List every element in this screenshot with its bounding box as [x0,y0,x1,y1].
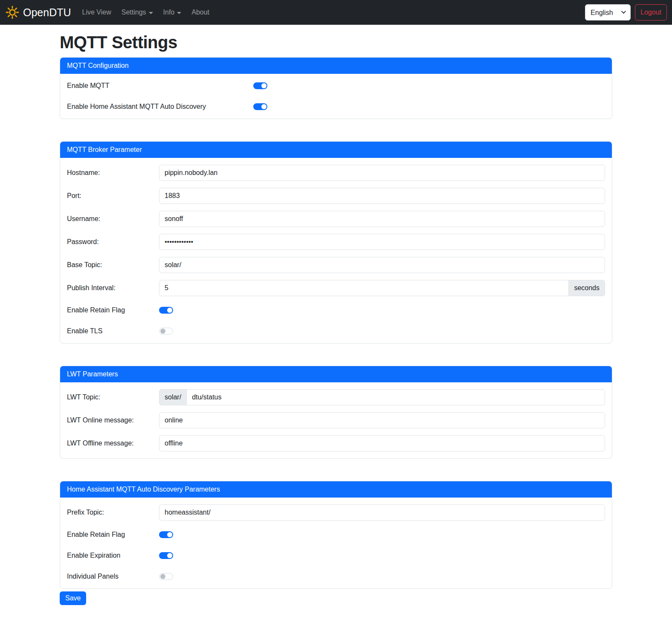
enable-mqtt-row: Enable MQTT [67,81,605,91]
enable-mqtt-label: Enable MQTT [67,81,253,91]
password-label: Password: [67,237,159,247]
nav-item-live-view[interactable]: Live View [77,5,116,20]
publish-interval-row: Publish Interval: seconds [67,280,605,296]
username-label: Username: [67,214,159,224]
retain-flag-label: Enable Retain Flag [67,305,159,315]
publish-interval-input[interactable] [159,280,569,296]
enable-tls-switch[interactable] [159,328,173,335]
base-topic-label: Base Topic: [67,260,159,270]
retain-flag-row: Enable Retain Flag [67,305,605,315]
hass-retain-switch[interactable] [159,531,173,538]
lwt-offline-label: LWT Offline message: [67,438,159,448]
nav-item-label: Live View [82,9,111,16]
card-body: Enable MQTT Enable Home Assistant MQTT A… [60,74,612,119]
nav-item-label: Info [163,9,175,16]
enable-ha-discovery-row: Enable Home Assistant MQTT Auto Discover… [67,102,605,112]
base-topic-row: Base Topic: [67,257,605,273]
lwt-topic-prefix-addon: solar/ [159,389,186,405]
seconds-addon: seconds [569,280,605,296]
caret-down-icon [177,12,181,14]
card-body: Hostname: Port: Username: Password: Base… [60,158,612,343]
lwt-topic-input[interactable] [186,389,605,405]
publish-interval-group: seconds [159,280,605,296]
hostname-row: Hostname: [67,165,605,181]
retain-flag-switch[interactable] [159,307,173,314]
hostname-input[interactable] [159,165,605,181]
enable-ha-discovery-switch[interactable] [253,103,267,110]
hass-expiration-label: Enable Expiration [67,550,159,561]
card-header: MQTT Configuration [60,58,612,74]
prefix-topic-row: Prefix Topic: [67,504,605,521]
hostname-label: Hostname: [67,168,159,178]
lwt-topic-row: LWT Topic: solar/ [67,389,605,405]
mqtt-broker-card: MQTT Broker Parameter Hostname: Port: Us… [60,141,612,344]
mqtt-configuration-card: MQTT Configuration Enable MQTT Enable Ho… [60,57,612,119]
hass-discovery-card: Home Assistant MQTT Auto Discovery Param… [60,481,612,589]
enable-tls-label: Enable TLS [67,326,159,336]
enable-mqtt-switch[interactable] [253,82,267,89]
nav-links: Live View Settings Info About [77,5,215,20]
username-row: Username: [67,211,605,227]
card-header: Home Assistant MQTT Auto Discovery Param… [60,481,612,498]
lwt-topic-group: solar/ [159,389,605,405]
enable-ha-discovery-label: Enable Home Assistant MQTT Auto Discover… [67,102,253,112]
card-body: LWT Topic: solar/ LWT Online message: LW… [60,382,612,458]
individual-panels-row: Individual Panels [67,571,605,582]
individual-panels-switch[interactable] [159,573,173,580]
language-select-wrap: English [585,4,631,20]
enable-tls-row: Enable TLS [67,326,605,336]
nav-item-settings[interactable]: Settings [116,5,158,20]
port-row: Port: [67,188,605,204]
lwt-online-label: LWT Online message: [67,415,159,425]
page-title: MQTT Settings [60,33,612,52]
brand[interactable]: OpenDTU [5,5,71,20]
port-label: Port: [67,191,159,201]
password-row: Password: [67,234,605,250]
hass-expiration-row: Enable Expiration [67,550,605,561]
hass-retain-row: Enable Retain Flag [67,530,605,540]
card-header: MQTT Broker Parameter [60,142,612,158]
port-input[interactable] [159,188,605,204]
sun-logo-icon [5,5,20,20]
individual-panels-label: Individual Panels [67,571,159,582]
publish-interval-label: Publish Interval: [67,283,159,293]
lwt-offline-row: LWT Offline message: [67,435,605,451]
brand-title: OpenDTU [23,7,71,18]
base-topic-input[interactable] [159,257,605,273]
prefix-topic-input[interactable] [159,504,605,521]
top-navbar: OpenDTU Live View Settings Info About En… [0,0,672,25]
nav-item-label: Settings [122,9,146,16]
logout-button[interactable]: Logout [635,4,667,20]
caret-down-icon [149,12,153,14]
nav-item-about[interactable]: About [186,5,214,20]
username-input[interactable] [159,211,605,227]
nav-item-info[interactable]: Info [158,5,187,20]
lwt-topic-label: LWT Topic: [67,392,159,402]
lwt-offline-input[interactable] [159,435,605,451]
hass-expiration-switch[interactable] [159,552,173,559]
password-input[interactable] [159,234,605,250]
card-header: LWT Parameters [60,366,612,382]
lwt-online-row: LWT Online message: [67,412,605,428]
prefix-topic-label: Prefix Topic: [67,507,159,518]
main-container: MQTT Settings MQTT Configuration Enable … [55,33,617,614]
lwt-online-input[interactable] [159,412,605,428]
save-button[interactable]: Save [60,591,86,605]
card-body: Prefix Topic: Enable Retain Flag Enable … [60,498,612,588]
language-select[interactable]: English [585,4,631,20]
nav-item-label: About [191,9,209,16]
hass-retain-label: Enable Retain Flag [67,530,159,540]
lwt-card: LWT Parameters LWT Topic: solar/ LWT Onl… [60,366,612,459]
